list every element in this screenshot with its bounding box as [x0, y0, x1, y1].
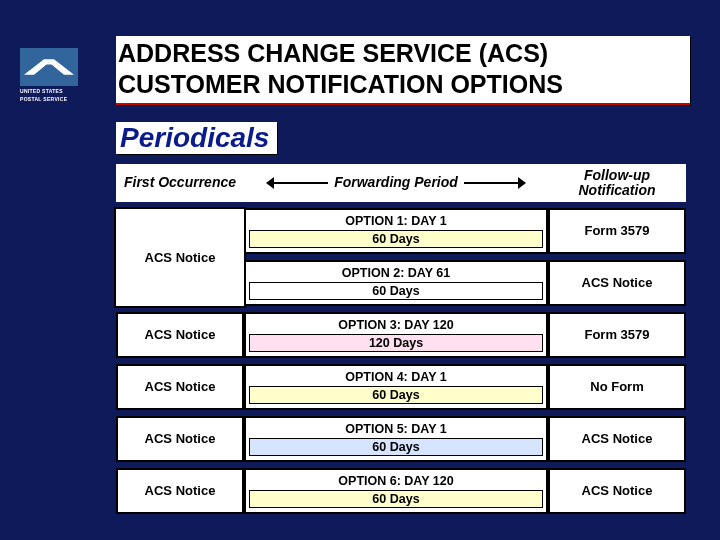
option-days: 60 Days: [249, 386, 543, 404]
option-label: OPTION 4: DAY 1: [345, 370, 446, 384]
option-days: 60 Days: [249, 490, 543, 508]
mid-cell: OPTION 1: DAY 160 Days: [244, 208, 548, 254]
first-cell-span: ACS Notice: [116, 260, 244, 306]
page-title: ADDRESS CHANGE SERVICE (ACS) CUSTOMER NO…: [116, 36, 690, 105]
subtitle: Periodicals: [116, 122, 277, 154]
header-mid: Forwarding Period: [244, 164, 548, 202]
table-row: ACS NoticeOPTION 6: DAY 12060 DaysACS No…: [116, 468, 686, 514]
first-cell: ACS Notice: [116, 364, 244, 410]
table-row: ACS NoticeOPTION 5: DAY 160 DaysACS Noti…: [116, 416, 686, 462]
header-mid-label: Forwarding Period: [334, 175, 458, 190]
mid-cell: OPTION 4: DAY 160 Days: [244, 364, 548, 410]
option-label: OPTION 6: DAY 120: [338, 474, 453, 488]
last-cell: ACS Notice: [548, 468, 686, 514]
options-table: First Occurrence Forwarding Period Follo…: [116, 164, 686, 514]
table-row: ACS NoticeOPTION 2: DAY 6160 DaysACS Not…: [116, 260, 686, 306]
option-days: 60 Days: [249, 282, 543, 300]
last-cell: No Form: [548, 364, 686, 410]
option-label: OPTION 1: DAY 1: [345, 214, 446, 228]
mid-cell: OPTION 6: DAY 12060 Days: [244, 468, 548, 514]
arrow-left-icon: [268, 182, 328, 184]
header-row: First Occurrence Forwarding Period Follo…: [116, 164, 686, 202]
last-cell: ACS Notice: [548, 260, 686, 306]
table-row: ACS NoticeOPTION 3: DAY 120120 DaysForm …: [116, 312, 686, 358]
table-row: ACS NoticeOPTION 4: DAY 160 DaysNo Form: [116, 364, 686, 410]
option-days: 60 Days: [249, 230, 543, 248]
first-cell: ACS Notice: [114, 207, 246, 308]
usps-logo: [20, 48, 78, 86]
arrow-right-icon: [464, 182, 524, 184]
first-cell: ACS Notice: [116, 312, 244, 358]
option-label: OPTION 3: DAY 120: [338, 318, 453, 332]
header-first: First Occurrence: [116, 164, 244, 202]
first-cell: ACS Notice: [116, 416, 244, 462]
title-block: ADDRESS CHANGE SERVICE (ACS) CUSTOMER NO…: [116, 36, 690, 105]
logo-text-1: UNITED STATES: [20, 88, 100, 94]
mid-cell: OPTION 2: DAY 6160 Days: [244, 260, 548, 306]
option-label: OPTION 2: DAY 61: [342, 266, 450, 280]
first-cell: ACS Notice: [116, 468, 244, 514]
option-days: 60 Days: [249, 438, 543, 456]
option-days: 120 Days: [249, 334, 543, 352]
eagle-icon: [24, 54, 74, 80]
mid-cell: OPTION 5: DAY 160 Days: [244, 416, 548, 462]
logo-area: UNITED STATES POSTAL SERVICE: [20, 48, 100, 108]
last-cell: Form 3579: [548, 208, 686, 254]
last-cell: ACS Notice: [548, 416, 686, 462]
slide: UNITED STATES POSTAL SERVICE ADDRESS CHA…: [0, 0, 720, 540]
last-cell: Form 3579: [548, 312, 686, 358]
logo-text-2: POSTAL SERVICE: [20, 96, 100, 102]
mid-cell: OPTION 3: DAY 120120 Days: [244, 312, 548, 358]
option-label: OPTION 5: DAY 1: [345, 422, 446, 436]
header-last: Follow-up Notification: [548, 164, 686, 202]
